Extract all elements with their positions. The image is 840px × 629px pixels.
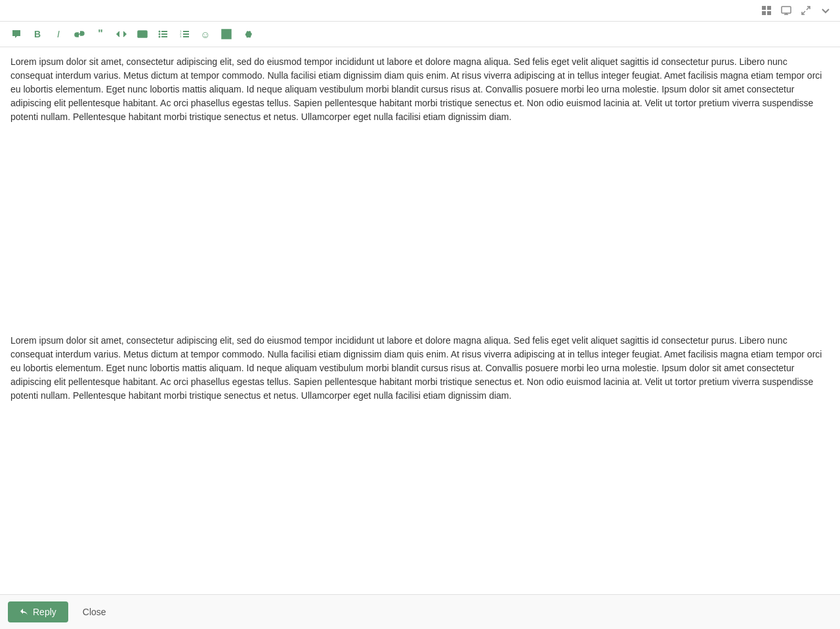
svg-point-15 [159, 36, 161, 38]
svg-text:3.: 3. [180, 35, 182, 38]
close-button[interactable]: Close [75, 601, 114, 622]
editor-content[interactable]: Lorem ipsum dolor sit amet, consectetur … [0, 47, 840, 594]
svg-rect-20 [183, 33, 189, 35]
svg-rect-1 [767, 6, 771, 10]
image-toolbar-btn[interactable] [134, 26, 151, 43]
monitor-icon[interactable] [780, 4, 793, 17]
svg-point-13 [159, 33, 161, 35]
top-bar [0, 0, 840, 22]
svg-rect-16 [161, 36, 167, 37]
footer-bar: Reply Close [0, 594, 840, 629]
link-toolbar-btn[interactable] [71, 26, 88, 43]
svg-rect-22 [183, 36, 189, 37]
chevron-down-icon[interactable] [819, 4, 832, 17]
grid-icon[interactable] [760, 4, 773, 17]
code-toolbar-btn[interactable] [113, 26, 130, 43]
svg-rect-23 [222, 30, 231, 39]
svg-rect-12 [161, 31, 167, 32]
svg-rect-14 [161, 33, 167, 35]
table-toolbar-btn[interactable] [218, 26, 235, 43]
content-paragraph-2: Lorem ipsum dolor sit amet, consectetur … [10, 334, 830, 403]
emoji-toolbar-btn[interactable]: ☺ [197, 26, 214, 43]
svg-point-11 [159, 31, 161, 33]
svg-rect-18 [183, 31, 189, 32]
ordered-list-toolbar-btn[interactable]: 1. 2. 3. [176, 26, 193, 43]
svg-rect-4 [782, 7, 791, 13]
svg-rect-2 [762, 11, 766, 15]
reply-arrow-icon [20, 608, 29, 616]
svg-rect-3 [767, 11, 771, 15]
comment-toolbar-btn[interactable] [8, 26, 25, 43]
content-spacer [10, 137, 830, 334]
expand-icon[interactable] [799, 4, 812, 17]
unordered-list-toolbar-btn[interactable] [155, 26, 172, 43]
svg-rect-0 [762, 6, 766, 10]
reply-label: Reply [33, 607, 56, 617]
bold-toolbar-btn[interactable]: B [29, 26, 46, 43]
italic-toolbar-btn[interactable]: I [50, 26, 67, 43]
content-paragraph-1: Lorem ipsum dolor sit amet, consectetur … [10, 55, 830, 124]
blockquote-toolbar-btn[interactable]: " [92, 26, 109, 43]
reply-button[interactable]: Reply [8, 601, 68, 622]
editor-toolbar: B I " 1. 2. 3. ☺ [0, 22, 840, 47]
settings-toolbar-btn[interactable] [239, 26, 256, 43]
